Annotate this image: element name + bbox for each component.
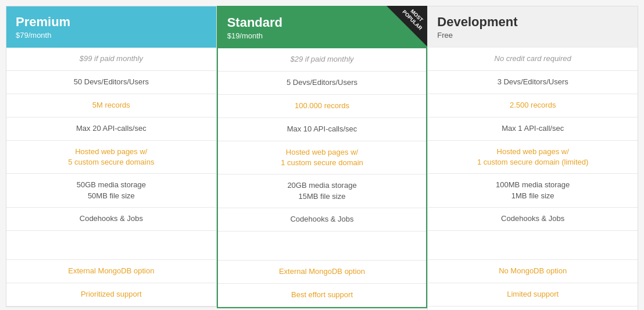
standard-note: $29 if paid monthly	[218, 48, 427, 72]
development-row-users: 3 Devs/Editors/Users	[428, 71, 638, 94]
premium-note: $99 if paid monthly	[6, 48, 216, 71]
premium-row-storage: 50GB media storage 50MB file size	[6, 174, 216, 207]
most-popular-badge: MOSTPOPULAR	[387, 6, 427, 47]
premium-row-codehooks: Codehooks & Jobs	[6, 208, 216, 231]
development-price: Free	[437, 31, 628, 40]
most-popular-text: MOSTPOPULAR	[398, 6, 427, 35]
development-row-mongodb: No MongoDB option	[428, 260, 638, 283]
premium-row-users: 50 Devs/Editors/Users	[6, 71, 216, 94]
standard-row-records: 100.000 records	[218, 95, 427, 118]
development-name: Development	[437, 15, 628, 30]
premium-plan: Premium $79/month $99 if paid monthly 50…	[6, 6, 217, 307]
pricing-table: Premium $79/month $99 if paid monthly 50…	[6, 6, 638, 310]
premium-row-api: Max 20 API-calls/sec	[6, 117, 216, 141]
premium-header: Premium $79/month	[6, 6, 216, 48]
development-plan-wrapper: Development Free No credit card required…	[427, 6, 638, 310]
premium-name: Premium	[16, 15, 207, 30]
development-row-codehooks: Codehooks & Jobs	[428, 208, 638, 231]
development-plan: Development Free No credit card required…	[427, 6, 638, 310]
premium-row-spacer	[6, 231, 216, 260]
premium-row-records: 5M records	[6, 94, 216, 117]
standard-plan: Standard $19/month $29 if paid monthly 5…	[217, 6, 428, 308]
standard-row-spacer	[218, 231, 427, 261]
standard-row-support: Best effort support	[218, 284, 427, 307]
standard-row-mongodb: External MongoDB option	[218, 261, 427, 284]
standard-row-users: 5 Devs/Editors/Users	[218, 72, 427, 95]
premium-plan-wrapper: Premium $79/month $99 if paid monthly 50…	[6, 6, 217, 307]
premium-row-mongodb: External MongoDB option	[6, 260, 216, 283]
premium-row-support: Prioritized support	[6, 283, 216, 307]
standard-row-codehooks: Codehooks & Jobs	[218, 208, 427, 231]
development-row-api: Max 1 API-call/sec	[428, 117, 638, 141]
development-row-records: 2.500 records	[428, 94, 638, 117]
development-note: No credit card required	[428, 48, 638, 71]
standard-plan-wrapper: MOSTPOPULAR Standard $19/month $29 if pa…	[217, 6, 428, 308]
development-row-support: Limited support	[428, 283, 638, 307]
premium-price: $79/month	[16, 31, 207, 40]
development-row-hosting: Hosted web pages w/ 1 custom secure doma…	[428, 141, 638, 174]
standard-row-hosting: Hosted web pages w/ 1 custom secure doma…	[218, 141, 427, 174]
standard-row-api: Max 10 API-calls/sec	[218, 118, 427, 141]
development-row-storage: 100MB media storage 1MB file size	[428, 174, 638, 207]
get-started-row: Get Started »	[428, 307, 638, 310]
standard-row-storage: 20GB media storage 15MB file size	[218, 174, 427, 208]
development-row-spacer	[428, 231, 638, 260]
premium-row-hosting: Hosted web pages w/ 5 custom secure doma…	[6, 141, 216, 174]
development-header: Development Free	[428, 6, 638, 48]
